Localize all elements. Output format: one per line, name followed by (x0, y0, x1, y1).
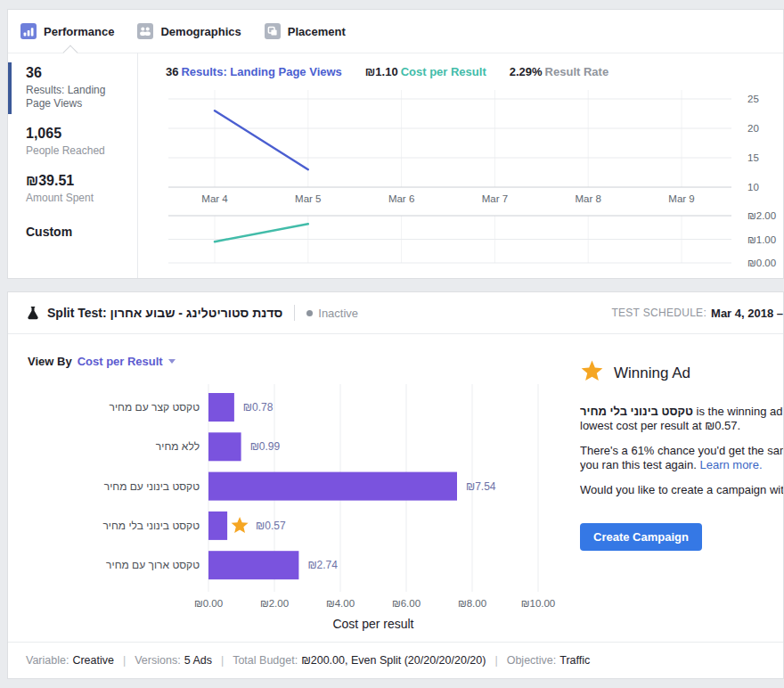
svg-text:₪10.00: ₪10.00 (521, 598, 556, 609)
svg-text:טקסט בינוני בלי מחיר: טקסט בינוני בלי מחיר (102, 520, 200, 532)
svg-text:₪2.00: ₪2.00 (747, 210, 776, 221)
header-divider (294, 305, 295, 321)
svg-text:ללא מחיר: ללא מחיר (156, 440, 200, 453)
test-schedule-label: TEST SCHEDULE: (611, 307, 706, 319)
svg-text:₪1.00: ₪1.00 (747, 234, 776, 245)
status-label: Inactive (318, 307, 358, 320)
svg-text:₪2.74: ₪2.74 (307, 559, 338, 571)
metric-people-value: 1,065 (26, 126, 130, 142)
metrics-sidebar: 36 Results: Landing Page Views 1,065 Peo… (8, 53, 138, 278)
svg-text:₪6.00: ₪6.00 (392, 598, 421, 609)
svg-text:טקסט קצר עם מחיר: טקסט קצר עם מחיר (110, 401, 200, 414)
footer-variable-label: Variable: (26, 654, 69, 667)
legend-result-rate: 2.29%Result Rate (510, 65, 608, 78)
split-test-panel: Split Test: סדנת סטוריטלינג - שבוע אחרון… (7, 291, 784, 679)
winning-ad-header: Winning Ad (580, 360, 784, 386)
footer-objective-value: Traffic (559, 654, 590, 667)
svg-text:₪7.54: ₪7.54 (466, 480, 496, 493)
svg-text:₪0.78: ₪0.78 (243, 401, 274, 414)
svg-text:10: 10 (747, 182, 759, 192)
tab-demographics-label: Demographics (160, 25, 241, 38)
footer-variable-value: Creative (72, 654, 114, 667)
svg-text:Mar 4: Mar 4 (201, 193, 228, 204)
footer-budget-label: Total Budget: (233, 654, 298, 667)
metric-results[interactable]: 36 Results: Landing Page Views (8, 58, 137, 119)
tab-demographics[interactable]: Demographics (137, 23, 241, 39)
svg-text:טקסט בינוני עם מחיר: טקסט בינוני עם מחיר (104, 480, 200, 493)
footer-separator: | (494, 654, 497, 667)
svg-text:Mar 6: Mar 6 (388, 193, 414, 204)
svg-text:₪8.00: ₪8.00 (458, 598, 486, 609)
split-test-name: סדנת סטוריטלינג - שבוע אחרון (110, 306, 283, 320)
svg-text:₪0.00: ₪0.00 (194, 598, 223, 609)
svg-text:Mar 9: Mar 9 (668, 193, 694, 204)
svg-text:25: 25 (747, 94, 759, 104)
svg-text:Mar 5: Mar 5 (295, 193, 321, 204)
winning-ad-name: טקסט בינוני בלי מחיר (580, 405, 693, 418)
svg-text:15: 15 (747, 152, 759, 163)
test-schedule-value: Mar 4, 2018 – (711, 307, 783, 320)
custom-metrics-label: Custom (8, 213, 137, 246)
split-test-bar-chart: ₪0.00₪2.00₪4.00₪6.00₪8.00₪10.00טקסט קצר … (8, 381, 596, 640)
tab-performance-label: Performance (44, 25, 114, 38)
status-badge: Inactive (306, 307, 358, 320)
winning-ad-paragraph-2: There's a 61% chance you'd get the same … (580, 444, 784, 471)
metric-people-reached[interactable]: 1,065 People Reached (8, 119, 137, 166)
legend-results: 36Results: Landing Page Views (166, 65, 342, 78)
placement-frames-icon (265, 23, 281, 39)
footer-budget-value: ₪200.00, Even Split (20/20/20/20/20) (301, 654, 486, 667)
winning-ad-paragraph-3: Would you like to create a campaign with… (580, 483, 784, 497)
tab-placement[interactable]: Placement (265, 23, 346, 39)
flask-icon (26, 306, 40, 320)
performance-panel: Performance Demographics Placement 36 Re… (7, 9, 784, 279)
split-test-title: Split Test: סדנת סטוריטלינג - שבוע אחרון (47, 306, 282, 320)
svg-text:טקסט ארוך עם מחיר: טקסט ארוך עם מחיר (106, 559, 200, 571)
metric-spent-label: Amount Spent (26, 192, 130, 205)
metric-results-value: 36 (26, 65, 130, 81)
legend-cost-per-result: ₪1.10Cost per Result (365, 65, 486, 78)
split-test-header: Split Test: סדנת סטוריטלינג - שבוע אחרון… (8, 292, 783, 334)
svg-text:₪2.00: ₪2.00 (260, 598, 289, 609)
metric-results-label: Results: Landing Page Views (26, 84, 130, 111)
metric-people-label: People Reached (26, 144, 130, 158)
svg-text:Cost per result: Cost per result (332, 617, 413, 631)
svg-text:₪0.00: ₪0.00 (747, 258, 776, 268)
tab-bar: Performance Demographics Placement (8, 10, 783, 53)
create-campaign-button[interactable]: Create Campaign (580, 523, 702, 551)
svg-text:₪4.00: ₪4.00 (326, 598, 355, 609)
performance-chart-icon (20, 23, 37, 39)
svg-text:Mar 7: Mar 7 (482, 193, 508, 204)
chevron-down-icon (168, 359, 176, 364)
winning-ad-paragraph-1: טקסט בינוני בלי מחיר is the winning ad w… (580, 405, 784, 432)
status-dot-icon (306, 310, 313, 316)
footer-separator: | (123, 654, 126, 667)
winner-star-icon (580, 360, 604, 386)
svg-text:₪0.99: ₪0.99 (250, 440, 281, 453)
chart-legend: 36Results: Landing Page Views ₪1.10Cost … (166, 65, 608, 78)
results-and-cost-line-chart: Mar 4Mar 5Mar 6Mar 7Mar 8Mar 925201510₪2… (143, 86, 784, 277)
winning-ad-panel: Winning Ad טקסט בינוני בלי מחיר is the w… (580, 360, 784, 551)
tab-performance[interactable]: Performance (20, 23, 114, 39)
test-schedule: TEST SCHEDULE: Mar 4, 2018 – (611, 292, 783, 333)
svg-text:20: 20 (747, 123, 759, 134)
view-by-dropdown[interactable]: Cost per Result (78, 355, 176, 368)
footer-versions-value: 5 Ads (184, 654, 212, 667)
tab-placement-label: Placement (288, 25, 346, 38)
learn-more-link[interactable]: Learn more. (699, 458, 762, 471)
view-by-control: View By Cost per Result (28, 355, 176, 368)
winning-ad-title: Winning Ad (614, 364, 690, 382)
svg-text:₪0.57: ₪0.57 (256, 520, 286, 532)
view-by-label: View By (28, 355, 72, 368)
svg-text:Mar 8: Mar 8 (575, 193, 600, 204)
footer-versions-label: Versions: (135, 654, 180, 667)
split-test-footer: Variable: Creative | Versions: 5 Ads | T… (8, 642, 783, 678)
metric-spent-value: ₪39.51 (26, 173, 130, 189)
footer-separator: | (221, 654, 224, 667)
footer-objective-label: Objective: (507, 654, 557, 667)
demographics-people-icon (137, 23, 153, 39)
metric-amount-spent[interactable]: ₪39.51 Amount Spent (8, 166, 137, 213)
